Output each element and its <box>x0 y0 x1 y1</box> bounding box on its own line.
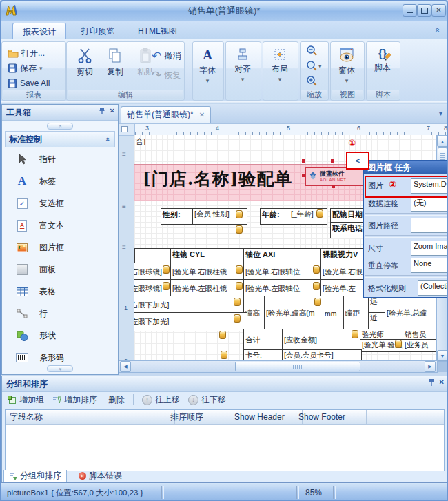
toolbox-panel: 工具箱 ✕ « 标准控制 « 指针 A 标签 ✓ 复选框 A 富文本 <box>1 104 119 375</box>
smart-tag-button[interactable]: < <box>346 152 369 170</box>
selection-handle[interactable] <box>331 159 334 163</box>
toolbox-item-label-tool[interactable]: A 标签 <box>6 171 123 192</box>
toolbox-item-shape[interactable]: 形状 <box>6 325 123 346</box>
selection-handle[interactable] <box>302 159 305 163</box>
horizontal-scroll-thumb[interactable] <box>235 362 360 371</box>
cell-left-add[interactable]: 左眼下加光] <box>134 312 247 331</box>
document-tab[interactable]: 销售单(普通眼镜)* ✕ <box>121 106 211 123</box>
add-group-button[interactable]: 增加组 <box>8 394 44 406</box>
tab-report-design[interactable]: 报表设计 <box>12 23 66 40</box>
image-path-input[interactable] <box>411 218 448 233</box>
toolbox-item-table[interactable]: 表格 <box>6 281 123 302</box>
logo-picturebox-selected[interactable]: 微蓝软件 AOLAN.NET <box>305 167 367 186</box>
cut-button[interactable]: 剪切 <box>70 45 100 90</box>
close-button[interactable]: ✕ <box>431 4 446 17</box>
cell-card-label[interactable]: 卡号: <box>243 349 286 360</box>
save-all-button[interactable]: Save All <box>6 76 52 90</box>
font-button[interactable]: A 字体 ▾ <box>193 45 222 90</box>
layout-button[interactable]: 布局 ▾ <box>265 45 295 90</box>
cell-card-field[interactable]: [会员.会员卡号] <box>282 349 362 360</box>
redo-button[interactable]: ↷ 恢复 <box>150 68 183 82</box>
scroll-left-button[interactable]: ◀ <box>120 361 131 372</box>
toolbox-item-richtext[interactable]: A 富文本 <box>6 215 123 236</box>
pin-icon[interactable] <box>99 107 105 115</box>
toolbox-bottom-collapse-handle[interactable]: « <box>47 365 73 372</box>
sizing-dropdown[interactable]: Zoom Ima <box>411 241 448 256</box>
toolbox-item-picturebox[interactable]: 图片框 <box>6 237 123 258</box>
ribbon-tab-row: 报表设计 打印预览 HTML视图 « <box>0 21 448 39</box>
formatting-rules-label: 格式化规则 <box>368 283 406 294</box>
selection-handle[interactable] <box>332 185 335 188</box>
ruler-number: 1 <box>124 305 128 311</box>
cell-pd-field[interactable]: [验光单.总瞳 <box>385 296 437 331</box>
ruler-corner[interactable] <box>119 123 135 136</box>
align-button[interactable]: 对齐 ▾ <box>227 45 258 90</box>
column-show-footer[interactable]: Show Footer <box>294 410 367 424</box>
move-down-button[interactable]: ↓ 往下移 <box>188 394 226 406</box>
column-sort-order[interactable]: 排序顺序 <box>166 410 238 424</box>
zoom-out-button[interactable] <box>306 45 318 57</box>
form-button[interactable]: 窗体 ▾ <box>332 45 362 90</box>
error-icon: ✕ <box>79 472 86 480</box>
data-binding-dropdown[interactable]: (无) <box>411 196 448 212</box>
delete-label: 删除 <box>108 394 125 406</box>
tab-script-errors[interactable]: ✕ 脚本错误 <box>74 470 127 482</box>
close-icon[interactable]: ✕ <box>110 108 115 114</box>
tab-grouping-sorting[interactable]: 分组和排序 <box>3 470 67 482</box>
ribbon-collapse-button[interactable]: « <box>436 25 440 35</box>
maximize-button[interactable] <box>417 4 431 17</box>
minimize-button[interactable] <box>403 4 417 17</box>
maximize-icon <box>421 8 428 14</box>
zoom-button[interactable]: ▾ <box>306 60 322 72</box>
save-icon <box>8 63 17 73</box>
toolbox-item-panel[interactable]: 面板 <box>6 259 123 280</box>
add-sort-button[interactable]: 增加排序 <box>52 394 97 406</box>
selection-handle[interactable] <box>302 174 305 177</box>
vertical-ruler: ≡ ≡ ≡ 1 2 <box>119 135 135 372</box>
toolbox-item-label: 图片框 <box>39 242 64 254</box>
tab-list-dropdown[interactable]: ▾ <box>439 110 442 117</box>
toolbox-item-line[interactable]: 行 <box>6 303 123 324</box>
cell-sex-label[interactable]: 性别: <box>161 208 196 225</box>
undo-button[interactable]: ↶ 撤消 <box>150 49 183 63</box>
save-button[interactable]: 保存 ▾ <box>6 61 45 75</box>
open-button[interactable]: 打开... <box>6 46 47 60</box>
cell-total-label[interactable]: 合计 <box>243 329 286 352</box>
close-icon[interactable]: ✕ <box>199 112 205 119</box>
copy-button[interactable]: 复制 <box>100 45 130 90</box>
cell-amount-field[interactable]: [应收金额] <box>282 329 362 352</box>
field-smarttag-icon <box>236 282 243 290</box>
scroll-right-button[interactable]: ▶ <box>425 361 436 372</box>
toolbox-section-standard-controls[interactable]: 标准控制 « <box>5 131 115 147</box>
delete-button[interactable]: 删除 <box>105 394 125 406</box>
tab-html-view[interactable]: HTML视图 <box>128 23 187 39</box>
font-label: 字体 <box>199 65 216 76</box>
toolbox-title: 工具箱 <box>6 107 31 119</box>
column-show-header[interactable]: Show Header <box>230 410 303 424</box>
script-button[interactable]: {} 脚本 <box>367 45 398 90</box>
field-smarttag-icon <box>395 340 402 348</box>
toolbox-item-pointer[interactable]: 指针 <box>6 149 123 170</box>
column-field-name[interactable]: 字段名称 <box>6 410 175 424</box>
toolbox-item-checkbox[interactable]: ✓ 复选框 <box>6 193 123 214</box>
move-up-icon: ↑ <box>142 395 152 405</box>
scroll-up-button[interactable]: ▲ <box>437 136 448 147</box>
image-path-label: 图片路径 <box>368 221 398 231</box>
scroll-down-button[interactable]: ▼ <box>437 350 448 361</box>
report-title-object[interactable]: [门店.名称]验配单 <box>143 167 292 190</box>
close-icon[interactable]: ✕ <box>439 379 445 386</box>
zoom-in-button[interactable] <box>306 75 318 88</box>
move-up-button[interactable]: ↑ 往上移 <box>142 394 180 406</box>
horizontal-scrollbar[interactable]: ◀ ▶ <box>119 360 438 373</box>
vertical-dock-dropdown[interactable]: None <box>411 258 448 273</box>
formatting-rules-button[interactable]: (Collectio <box>418 280 448 296</box>
grouping-grid: 字段名称 排序顺序 Show Header Show Footer <box>5 409 445 471</box>
cell-seller-field[interactable]: [业务员 <box>403 339 437 352</box>
cell-age-label[interactable]: 年龄: <box>260 208 293 225</box>
field-smarttag-icon <box>221 351 227 359</box>
picture-icon <box>16 241 28 254</box>
pin-icon[interactable] <box>428 378 435 387</box>
tab-print-preview[interactable]: 打印预览 <box>72 23 124 39</box>
grouping-grid-header: 字段名称 排序顺序 Show Header Show Footer <box>6 410 444 425</box>
toolbox-collapse-handle[interactable]: « <box>47 123 73 130</box>
